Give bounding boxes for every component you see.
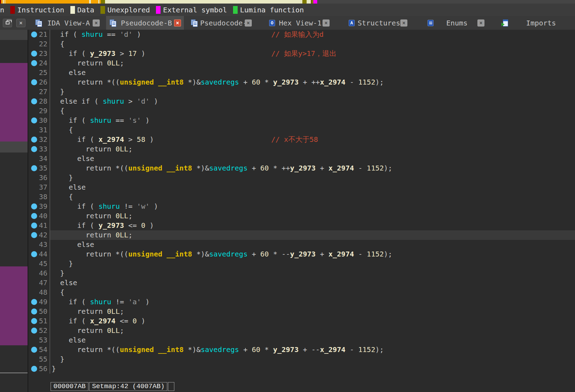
code-line-56[interactable]: 56} [28,364,575,374]
breakpoint-dot[interactable] [31,213,37,219]
gutter-43[interactable]: 43 [28,240,50,249]
gutter-45[interactable]: 45 [28,259,50,269]
code-line-47[interactable]: 47 else [28,278,575,288]
code-line-43[interactable]: 43 else [28,240,575,249]
tab-enums[interactable]: Enums× [424,16,487,30]
code-line-52[interactable]: 52 return 0LL; [28,326,575,335]
nav-band[interactable] [0,0,575,4]
gutter-28[interactable]: 28 [28,97,50,106]
code-line-39[interactable]: 39 if ( shuru != 'w' ) [28,202,575,211]
gutter-36[interactable]: 36 [28,173,50,183]
breakpoint-dot[interactable] [31,79,37,85]
tab-ida-view-a[interactable]: IDA View-A× [32,16,103,30]
code-line-32[interactable]: 32 if ( x_2974 > 58 )// x不大于58 [28,135,575,144]
gutter-33[interactable]: 33 [28,144,50,154]
code-line-50[interactable]: 50 return 0LL; [28,307,575,316]
code-line-41[interactable]: 41 if ( y_2973 <= 0 ) [28,221,575,230]
gutter-47[interactable]: 47 [28,278,50,288]
breakpoint-dot[interactable] [31,318,37,324]
tab-close-icon[interactable]: × [400,19,407,27]
code-line-22[interactable]: 22 { [28,39,575,49]
gutter-29[interactable]: 29 [28,106,50,116]
breakpoint-dot[interactable] [31,146,37,152]
code-line-35[interactable]: 35 return *((unsigned __int8 *)&savedreg… [28,163,575,173]
tab-close-icon[interactable]: × [323,19,330,27]
code-line-24[interactable]: 24 return 0LL; [28,58,575,68]
gutter-32[interactable]: 32 [28,135,50,144]
gutter-26[interactable]: 26 [28,77,50,87]
breakpoint-dot[interactable] [31,117,37,123]
breakpoint-dot[interactable] [31,51,37,57]
code-line-45[interactable]: 45 } [28,259,575,269]
tab-imports[interactable]: Imports [498,16,574,30]
code-line-55[interactable]: 55 } [28,354,575,364]
gutter-51[interactable]: 51 [28,316,50,326]
gutter-41[interactable]: 41 [28,221,50,230]
gutter-39[interactable]: 39 [28,202,50,211]
breakpoint-dot[interactable] [31,328,37,334]
code-line-26[interactable]: 26 return *((unsigned __int8 *)&savedreg… [28,77,575,87]
gutter-22[interactable]: 22 [28,39,50,49]
breakpoint-dot[interactable] [31,223,37,229]
breakpoint-dot[interactable] [31,60,37,66]
close-window-button[interactable]: × [16,19,25,27]
breakpoint-dot[interactable] [31,165,37,171]
code-line-37[interactable]: 37 else [28,183,575,192]
code-line-42[interactable]: 42 return 0LL; [28,230,575,240]
code-line-30[interactable]: 30 if ( shuru == 's' ) [28,116,575,125]
breakpoint-dot[interactable] [31,347,37,353]
gutter-38[interactable]: 38 [28,192,50,202]
code-line-25[interactable]: 25 else [28,68,575,77]
code-line-38[interactable]: 38 { [28,192,575,202]
code-line-44[interactable]: 44 return *((unsigned __int8 *)&savedreg… [28,249,575,259]
breakpoint-dot[interactable] [31,98,37,104]
gutter-37[interactable]: 37 [28,183,50,192]
breakpoint-dot[interactable] [31,299,37,305]
gutter-24[interactable]: 24 [28,58,50,68]
gutter-27[interactable]: 27 [28,87,50,97]
gutter-42[interactable]: 42 [28,230,50,240]
tab-close-icon[interactable]: × [93,19,100,27]
gutter-25[interactable]: 25 [28,68,50,77]
navigation-band-sidebar[interactable] [0,30,28,392]
gutter-52[interactable]: 52 [28,326,50,335]
tab-close-icon[interactable]: × [174,19,181,27]
gutter-50[interactable]: 50 [28,307,50,316]
gutter-56[interactable]: 56 [28,364,50,374]
tab-pseudocode-a[interactable]: Pseudocode-A× [187,16,255,30]
gutter-40[interactable]: 40 [28,211,50,221]
code-line-48[interactable]: 48 { [28,288,575,297]
code-line-40[interactable]: 40 return 0LL; [28,211,575,221]
code-line-54[interactable]: 54 return *((unsigned __int8 *)&savedreg… [28,345,575,354]
gutter-49[interactable]: 49 [28,297,50,307]
breakpoint-dot[interactable] [31,137,37,143]
gutter-46[interactable]: 46 [28,269,50,278]
code-line-29[interactable]: 29 { [28,106,575,116]
breakpoint-dot[interactable] [31,31,37,38]
gutter-35[interactable]: 35 [28,163,50,173]
gutter-30[interactable]: 30 [28,116,50,125]
gutter-44[interactable]: 44 [28,249,50,259]
tab-close-icon[interactable]: × [245,19,252,27]
gutter-53[interactable]: 53 [28,335,50,345]
gutter-23[interactable]: 23 [28,49,50,58]
code-line-36[interactable]: 36 } [28,173,575,183]
gutter-54[interactable]: 54 [28,345,50,354]
float-window-button[interactable] [3,19,12,27]
code-line-31[interactable]: 31 { [28,125,575,135]
code-line-23[interactable]: 23 if ( y_2973 > 17 )// 如果y>17，退出 [28,49,575,58]
breakpoint-dot[interactable] [31,366,37,372]
breakpoint-dot[interactable] [31,309,37,315]
gutter-55[interactable]: 55 [28,354,50,364]
gutter-31[interactable]: 31 [28,125,50,135]
tab-structures[interactable]: Structures× [345,16,410,30]
code-line-27[interactable]: 27 } [28,87,575,97]
code-line-49[interactable]: 49 if ( shuru != 'a' ) [28,297,575,307]
breakpoint-dot[interactable] [31,251,37,257]
tab-close-icon[interactable]: × [477,19,484,27]
code-line-51[interactable]: 51 if ( x_2974 <= 0 ) [28,316,575,326]
gutter-48[interactable]: 48 [28,288,50,297]
breakpoint-dot[interactable] [31,203,37,209]
code-line-28[interactable]: 28 else if ( shuru > 'd' ) [28,97,575,106]
gutter-34[interactable]: 34 [28,154,50,163]
